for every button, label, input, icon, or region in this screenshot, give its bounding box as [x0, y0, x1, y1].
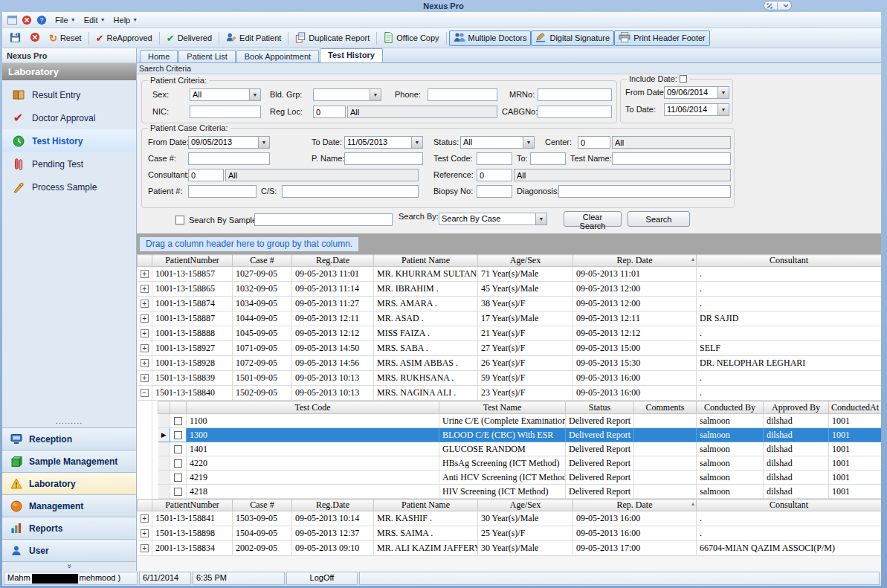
cell-patient-name[interactable]: MRS. AMARA .	[374, 297, 478, 311]
reapproved-button[interactable]: ✔ReApproved	[91, 30, 157, 46]
help-icon[interactable]: ?	[35, 14, 48, 26]
col-rep-date[interactable]: Rep. Date▴	[573, 500, 697, 511]
col-patient-name[interactable]: Patient Name	[374, 500, 478, 511]
sidebar-item-doctor-approval[interactable]: ✔ Doctor Approval	[2, 106, 136, 129]
cell-consultant[interactable]: .	[697, 386, 882, 401]
cabgno-input[interactable]	[538, 106, 612, 118]
col-reg-date[interactable]: Reg.Date	[292, 255, 374, 267]
cell-age-sex[interactable]: 71 Year(s)/Male	[478, 267, 573, 282]
cell-patient-name[interactable]: MISS FAIZA .	[374, 326, 478, 341]
expand-row-button[interactable]: +	[138, 311, 152, 326]
tab-home[interactable]: Home	[140, 50, 178, 62]
case-from-date-picker[interactable]: 09/05/2013▼	[188, 136, 270, 149]
cell-reg-date[interactable]: 09-05-2013 10:13	[292, 386, 374, 401]
detail-row[interactable]: 4218HIV Screening (ICT Method)Delivered …	[158, 485, 882, 499]
cell-case-number[interactable]: 1027-09-05	[233, 267, 292, 282]
cell-patient-number[interactable]: 1001-13-158857	[152, 267, 233, 282]
cell-rep-date[interactable]: 09-05-2013 11:01	[573, 267, 697, 282]
menu-help[interactable]: Help▼	[109, 14, 141, 26]
cell-status[interactable]: Delivered Report	[566, 442, 634, 456]
cell-patient-number[interactable]: 1501-13-158839	[152, 371, 233, 386]
cell-case-number[interactable]: 2002-09-05	[233, 541, 292, 556]
cell-reg-date[interactable]: 09-05-2013 14:56	[292, 356, 374, 371]
cell-test-code[interactable]: 4218	[187, 485, 439, 499]
cell-case-number[interactable]: 1072-09-05	[233, 356, 292, 371]
cell-case-number[interactable]: 1034-09-05	[233, 297, 292, 311]
cell-patient-number[interactable]: 1501-13-158840	[152, 386, 233, 401]
cell-patient-name[interactable]: MR. KASHIF .	[374, 511, 478, 526]
cell-approved-by[interactable]: dilshad	[764, 471, 829, 485]
cell-patient-number[interactable]: 1001-13-158865	[152, 282, 233, 297]
patient-number-input[interactable]	[188, 185, 257, 198]
grid-row[interactable]: +1001-13-1588571027-09-0509-05-2013 11:0…	[138, 267, 882, 282]
cell-test-name[interactable]: HIV Screening (ICT Method)	[439, 485, 566, 499]
cell-patient-name[interactable]: MR. ALI KAZIM JAFFERY .	[374, 541, 478, 556]
expand-row-button[interactable]: +	[138, 267, 152, 282]
col-conducted-by[interactable]: Conducted By	[697, 401, 764, 414]
detail-row[interactable]: 4219Anti HCV Screening (ICT Method)Deliv…	[158, 471, 882, 485]
include-to-date-picker[interactable]: 11/06/2014▼	[664, 103, 729, 116]
cell-rep-date[interactable]: 09-05-2013 15:30	[573, 356, 697, 371]
cell-status[interactable]: Delivered Report	[566, 471, 634, 485]
cell-test-code[interactable]: 4220	[187, 456, 439, 471]
cell-consultant[interactable]: .	[697, 526, 882, 541]
cell-reg-date[interactable]: 09-05-2013 12:12	[292, 326, 374, 341]
search-by-select[interactable]: Search By Case▼	[439, 213, 547, 225]
col-rep-date[interactable]: Rep. Date▴	[573, 255, 697, 267]
sidebar-item-process-sample[interactable]: Process Sample	[2, 175, 136, 198]
include-from-date-picker[interactable]: 09/06/2014▼	[664, 86, 729, 99]
cell-age-sex[interactable]: 38 Year(s)/F	[478, 297, 573, 311]
cell-rep-date[interactable]: 09-05-2013 16:00	[573, 371, 697, 386]
cell-conducted-by[interactable]: salmoon	[697, 471, 764, 485]
cell-approved-by[interactable]: dilshad	[764, 485, 829, 499]
col-age-sex[interactable]: Age/Sex	[478, 255, 573, 267]
module-user[interactable]: User	[2, 539, 136, 561]
include-date-checkbox[interactable]	[680, 75, 687, 83]
grid-row[interactable]: +1501-13-1588981504-09-0509-05-2013 12:3…	[138, 526, 882, 541]
cell-age-sex[interactable]: 59 Year(s)/F	[478, 371, 573, 386]
row-checkbox[interactable]	[170, 471, 187, 485]
col-test-code[interactable]: Test Code	[187, 401, 439, 414]
clear-search-button[interactable]: Clear Search	[564, 211, 622, 227]
cell-rep-date[interactable]: 09-05-2013 12:12	[573, 326, 697, 341]
cell-patient-number[interactable]: 1501-13-158898	[152, 526, 233, 541]
col-consultant[interactable]: Consultant	[697, 255, 882, 267]
sidebar-item-pending-test[interactable]: Pending Test	[2, 152, 136, 175]
cell-reg-date[interactable]: 09-05-2013 09:10	[292, 541, 374, 556]
cell-reg-date[interactable]: 09-05-2013 11:01	[292, 267, 374, 282]
cell-patient-number[interactable]: 1001-13-158874	[152, 297, 233, 311]
col-patient-number[interactable]: PatientNumber	[152, 255, 233, 267]
reg-loc-code-input[interactable]	[313, 106, 346, 118]
detail-row[interactable]: 4220HBsAg Screening (ICT Method)Delivere…	[158, 456, 882, 471]
module-reception[interactable]: Reception	[2, 427, 136, 450]
cell-consultant[interactable]: .	[697, 297, 882, 311]
cell-reg-date[interactable]: 09-05-2013 10:13	[292, 371, 374, 386]
col-approved-by[interactable]: Approved By	[764, 401, 829, 414]
case-number-input[interactable]	[188, 152, 270, 165]
cell-case-number[interactable]: 1045-09-05	[233, 326, 292, 341]
cell-test-name[interactable]: Anti HCV Screening (ICT Method)	[439, 471, 566, 485]
module-laboratory[interactable]: Laboratory	[2, 472, 136, 494]
cell-consultant[interactable]: DR SAJID	[697, 311, 882, 326]
search-by-sample-input[interactable]	[254, 213, 393, 226]
consultant-code-input[interactable]	[188, 169, 224, 181]
cell-consultant[interactable]: SELF	[697, 341, 882, 356]
cell-age-sex[interactable]: 30 Year(s)/Male	[478, 541, 573, 556]
cell-approved-by[interactable]: dilshad	[764, 428, 829, 442]
case-to-date-picker[interactable]: 11/05/2013▼	[344, 136, 423, 149]
menu-file[interactable]: File▼	[50, 14, 79, 26]
cell-conducted-at[interactable]: 1001	[829, 456, 882, 471]
diagnosis-input[interactable]	[558, 185, 731, 198]
title-bar[interactable]: Nexus Pro	[0, 0, 887, 12]
cell-conducted-at[interactable]: 1001	[829, 414, 882, 428]
cell-case-number[interactable]: 1071-09-05	[233, 341, 292, 356]
cell-age-sex[interactable]: 26 Year(s)/F	[478, 356, 573, 371]
cell-reg-date[interactable]: 09-05-2013 11:27	[292, 297, 374, 311]
biopsy-no-input[interactable]	[477, 185, 512, 198]
module-sample-management[interactable]: Sample Management	[2, 450, 136, 472]
close-icon[interactable]	[20, 14, 33, 26]
cell-patient-number[interactable]: 2001-13-158834	[152, 541, 233, 556]
cell-patient-name[interactable]: MRS. SAIMA .	[374, 526, 478, 541]
expand-row-button[interactable]: +	[138, 541, 152, 556]
grid-row[interactable]: +1001-13-1588651032-09-0509-05-2013 11:1…	[138, 282, 882, 297]
